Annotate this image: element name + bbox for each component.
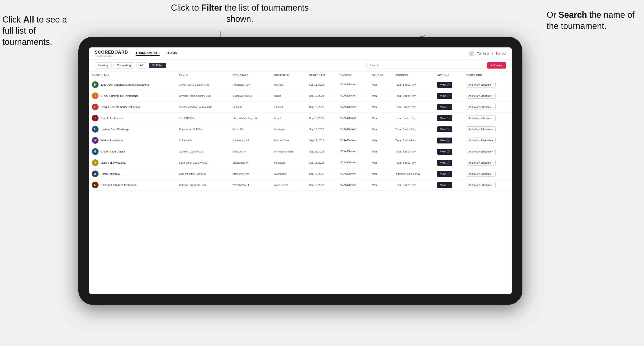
view-button-9[interactable]: View ⓘ	[437, 182, 452, 188]
cell-venue-2: Shuttle Meadow Country Club	[176, 102, 230, 113]
add-to-schedule-button-3[interactable]: Add to My Schedule +	[466, 115, 496, 121]
cell-venue-9: Chicago Highlands Club	[176, 179, 230, 191]
view-button-4[interactable]: View ⓘ	[437, 126, 452, 132]
cell-city-4: Victor, NY	[230, 124, 271, 135]
cell-city-9: Westchester, IL	[230, 179, 271, 191]
team-logo-5: W	[92, 137, 98, 144]
search-input[interactable]	[366, 62, 485, 69]
add-to-schedule-button-4[interactable]: Add to My Schedule +	[466, 126, 496, 132]
cell-competing-7: Add to My Schedule +	[463, 157, 512, 168]
event-name-text-9: Chicago Highlands Invitational	[100, 183, 137, 186]
cell-competing-9: Add to My Schedule +	[463, 179, 512, 191]
cell-city-6: Jackson, TN	[230, 146, 271, 157]
annotation-topleft: Click All to see a full list of tourname…	[2, 14, 78, 47]
view-button-7[interactable]: View ⓘ	[437, 160, 452, 166]
cell-actions-1: View ⓘ	[434, 90, 463, 102]
cell-competing-2: Add to My Schedule +	[463, 102, 512, 113]
team-logo-4: U	[92, 126, 98, 133]
event-name-text-2: Ryan T. Lee Memorial Collegiate	[100, 106, 140, 108]
view-button-2[interactable]: View ⓘ	[437, 104, 452, 110]
cell-competing-6: Add to My Schedule +	[463, 146, 512, 157]
table-row: G Grover Page Classic Jackson Country Cl…	[89, 146, 512, 157]
nav-links: TOURNAMENTS TEAMS	[136, 51, 468, 56]
cell-scoring-5: Team, Stroke Play	[392, 135, 434, 146]
filter-bar: Hosting Competing All ☰ Filter + Create	[89, 60, 512, 71]
cell-gender-1: Men	[369, 90, 392, 102]
tournament-table: EVENT NAME VENUE CITY, STATE HOSTED BY S…	[89, 71, 512, 191]
add-to-schedule-button-7[interactable]: Add to My Schedule +	[466, 160, 496, 166]
team-logo-2: F	[92, 104, 98, 110]
view-button-6[interactable]: View ⓘ	[437, 149, 452, 155]
cell-scoring-7: Team, Stroke Play	[392, 157, 434, 168]
cell-event-name-8: W Husky Individual	[89, 168, 176, 179]
tab-all[interactable]: All	[136, 62, 147, 69]
cell-gender-8: Men	[369, 168, 392, 179]
cell-event-name-5: W Wildcat Invitational	[89, 135, 176, 146]
view-icon-7: ⓘ	[447, 161, 450, 165]
cell-hosted-1: Illinois	[271, 90, 306, 102]
view-button-1[interactable]: View ⓘ	[437, 93, 452, 99]
col-division: DIVISION	[337, 71, 369, 79]
cell-hosted-0: Marshall	[271, 79, 306, 90]
view-icon-5: ⓘ	[447, 139, 450, 142]
logo-area: SCOREBOARD Powered by clippd	[95, 50, 128, 57]
cell-date-0: Sep 11, 2023	[306, 79, 337, 90]
cell-hosted-2: Fairfield	[271, 102, 306, 113]
filter-label: Filter	[156, 64, 162, 67]
cell-scoring-4: Team, Stroke Play	[392, 124, 434, 135]
add-to-schedule-button-8[interactable]: Add to My Schedule +	[466, 171, 496, 177]
cell-gender-0: Men	[369, 79, 392, 90]
event-name-text-7: Valpo Fall Invitational	[100, 161, 126, 164]
cell-date-1: Sep 15, 2023	[306, 90, 337, 102]
team-logo-9: C	[92, 182, 98, 188]
view-icon-6: ⓘ	[447, 150, 450, 154]
cell-competing-4: Add to My Schedule +	[463, 124, 512, 135]
annotation-topright: Or Search the name of the tournament.	[547, 9, 637, 32]
cell-actions-6: View ⓘ	[434, 146, 463, 157]
event-name-text-4: Upstate Dual Challenge	[100, 128, 129, 131]
view-button-5[interactable]: View ⓘ	[437, 138, 452, 144]
add-to-schedule-button-2[interactable]: Add to My Schedule +	[466, 104, 496, 110]
cell-venue-4: Ravenwood Golf Club	[176, 124, 230, 135]
event-name-text-3: Temple Invitational	[100, 117, 123, 120]
col-city-state: CITY, STATE	[230, 71, 271, 79]
team-logo-7: V	[92, 159, 98, 166]
cell-event-name-0: M 2023 Joe Feaganes Marshall Invitationa…	[89, 79, 176, 90]
view-button-3[interactable]: View ⓘ	[437, 115, 452, 121]
cell-competing-5: Add to My Schedule +	[463, 135, 512, 146]
cell-city-5: Manhattan, KS	[230, 135, 271, 146]
sign-out-link[interactable]: Sign out	[496, 52, 506, 55]
nav-teams[interactable]: TEAMS	[166, 51, 177, 56]
table-row: I OFCC Fighting Illini Invitational Olym…	[89, 90, 512, 102]
event-name-text-5: Wildcat Invitational	[100, 139, 123, 142]
cell-hosted-7: Valparaiso	[271, 157, 306, 168]
cell-city-7: Chesterton, IN	[230, 157, 271, 168]
tab-competing[interactable]: Competing	[114, 62, 134, 69]
cell-actions-4: View ⓘ	[434, 124, 463, 135]
filter-button[interactable]: ☰ Filter	[149, 63, 166, 68]
cell-actions-0: View ⓘ	[434, 79, 463, 90]
add-to-schedule-button-5[interactable]: Add to My Schedule +	[466, 138, 496, 143]
add-to-schedule-button-9[interactable]: Add to My Schedule +	[466, 182, 496, 188]
cell-division-7: NCAA Division I	[337, 157, 369, 168]
cell-event-name-6: G Grover Page Classic	[89, 146, 176, 157]
add-to-schedule-button-1[interactable]: Add to My Schedule +	[466, 93, 496, 99]
create-button[interactable]: + Create	[487, 62, 506, 69]
cell-hosted-9: Wake Forest	[271, 179, 306, 191]
view-button-8[interactable]: View ⓘ	[437, 171, 452, 177]
cell-actions-8: View ⓘ	[434, 168, 463, 179]
cell-date-6: Sep 18, 2023	[306, 146, 337, 157]
view-button-0[interactable]: View ⓘ	[437, 82, 452, 88]
add-to-schedule-button-6[interactable]: Add to My Schedule +	[466, 149, 496, 154]
user-name: Test User	[477, 52, 489, 55]
event-name-text-6: Grover Page Classic	[100, 150, 126, 153]
tab-hosting[interactable]: Hosting	[95, 62, 112, 69]
nav-tournaments[interactable]: TOURNAMENTS	[136, 51, 160, 56]
cell-competing-1: Add to My Schedule +	[463, 90, 512, 102]
table-row: W Husky Individual Gold Mountain Golf Cl…	[89, 168, 512, 179]
add-to-schedule-button-0[interactable]: Add to My Schedule +	[466, 82, 496, 88]
cell-scoring-2: Team, Stroke Play	[392, 102, 434, 113]
view-icon-1: ⓘ	[447, 94, 450, 98]
cell-division-2: NCAA Division I	[337, 102, 369, 113]
cell-gender-4: Men	[369, 124, 392, 135]
